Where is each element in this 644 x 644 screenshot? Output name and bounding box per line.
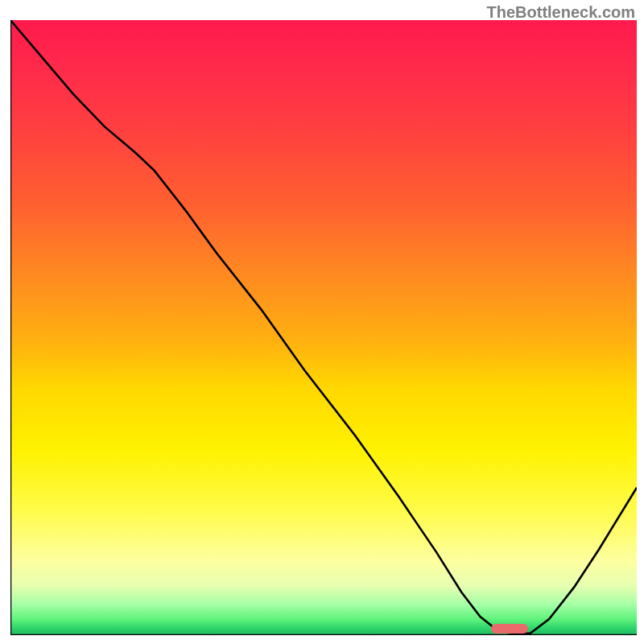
attribution-watermark: TheBottleneck.com (487, 3, 635, 22)
optimal-range-marker (491, 624, 528, 634)
bottleneck-chart: TheBottleneck.com (0, 0, 644, 644)
gradient-background (10, 20, 637, 635)
